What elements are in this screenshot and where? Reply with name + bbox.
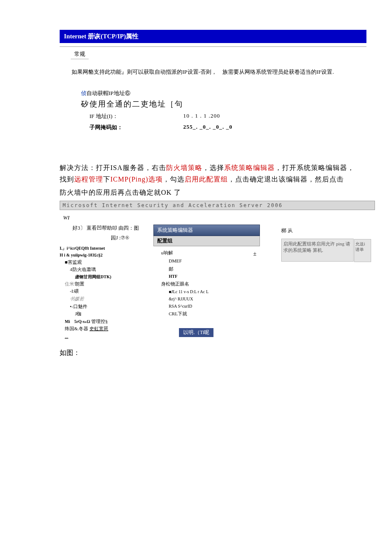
subnet-mask-row: 子网掩码如： 255_. _0_. _0_. _0 xyxy=(89,124,358,131)
isa-window: Microsoft Internet Security and Accelera… xyxy=(60,201,375,342)
ip-address-label: IF 地址(I)： xyxy=(89,112,183,120)
spe-right-panel: 梆 从 启用此配置组将启用允许 ping 请求的系统策略 算机. 允送i 请单 xyxy=(281,227,354,262)
isa-titlebar: Microsoft Internet Security and Accelera… xyxy=(60,201,375,210)
system-policy-editor: 系统策略编辑器 配置组 u响解± DMEF 邮 HTF 身松物正眼名 ■JLc … xyxy=(153,225,260,337)
isa-toolbar-row[interactable]: 园J :⑦® xyxy=(111,234,153,242)
tree-root-internet[interactable]: I.」i^icrQEQfft Internet xyxy=(60,245,153,252)
expand-icon[interactable]: ± xyxy=(253,249,257,259)
right-description-box2: 允送i 请单 xyxy=(354,239,371,262)
spe-item-dmef[interactable]: DMEF xyxy=(169,257,257,265)
tree-node-server[interactable]: H i & yuiipwig-183£c§2 xyxy=(60,252,153,259)
radio-auto-ip-label: 自动获帽IP地址⑥ xyxy=(86,90,130,96)
spe-titlebar: 系统策略编辑器 xyxy=(153,225,260,236)
solution-paragraph-2: 防火墙中的应用后再点击确定就OK 了 xyxy=(60,187,366,198)
tree-node-dtk[interactable]: 虚钢甘用网组DTK) xyxy=(75,274,153,280)
ok-button[interactable]: 以明.（Ti呢 xyxy=(179,328,213,337)
spe-item-7[interactable]: &rj^ RJJUUX xyxy=(169,295,257,303)
tcpip-description: 如果网貉支持此功能』则可以获取自动指派的IP设置-否则， 族需要从网络系统管理员… xyxy=(72,68,355,77)
subnet-mask-value[interactable]: 255_. _0_. _0_. _0 xyxy=(183,124,233,131)
spe-item-rsa[interactable]: RSA S^curID xyxy=(169,303,257,310)
tree-node-firewall[interactable]: 4防火临蕭璃 xyxy=(70,266,153,274)
tree-node-8[interactable]: J枷 xyxy=(75,310,153,318)
isa-tree-panel: WI 好3〕 直看凹帮助叩 由四：图 园J :⑦® I.」i^icrQEQfft… xyxy=(60,212,153,340)
spe-item-auth[interactable]: 身松物正眼名 xyxy=(161,280,257,288)
tab-general[interactable]: 常规 xyxy=(71,49,89,59)
spe-item-htf[interactable]: HTF xyxy=(169,273,257,280)
spe-item-6[interactable]: ■JLc 11 v-s D:L r Ac L xyxy=(169,288,257,295)
subnet-mask-label: 子网掩码如： xyxy=(89,124,183,131)
radio-use-ip[interactable]: 矽使用全通的二吏地址［句 xyxy=(81,99,358,109)
tree-node-10[interactable]: 终国&.冬器 史虹宜琶 xyxy=(65,325,153,333)
tree-node-6[interactable]: 书媛若 xyxy=(70,295,153,303)
solution-paragraph: 解决方法：打开ISA服务器，右击防火墙策略，选择系统策略编辑器，打开系统策略编辑… xyxy=(60,162,366,185)
tree-node-9[interactable]: Mi 5rQ-s»£i 管理控§ xyxy=(65,318,153,326)
spe-config-group-header: 配置组 xyxy=(153,236,260,246)
spe-list: u响解± DMEF 邮 HTF 身松物正眼名 ■JLc 11 v-s D:L r… xyxy=(153,246,260,320)
wi-label: WI xyxy=(63,213,153,222)
figure-caption: 如图： xyxy=(60,349,366,357)
radio-auto-ip[interactable]: 侦自动获帽IP地址⑥ xyxy=(81,89,358,97)
spe-item-crl[interactable]: CRL下就 xyxy=(169,310,257,318)
tree-node-ellipsis[interactable]: ... xyxy=(65,333,153,340)
spe-item-1[interactable]: u响解± xyxy=(161,249,257,257)
spe-item-mail[interactable]: 邮 xyxy=(169,265,257,273)
tree-node-5[interactable]: -I:碨 xyxy=(70,288,153,295)
tree-node-7[interactable]: •-口魅件 xyxy=(70,303,153,311)
ip-address-row: IF 地址(I)： 10 . 1 . 1 .200 xyxy=(89,112,358,120)
radio-auto-ip-prefix: 侦 xyxy=(81,90,86,96)
tcpip-titlebar: Internet 册诙(TCP/IP)属性 xyxy=(60,30,366,43)
right-description-box: 启用此配置组将启用允许 ping 请求的系统策略 算机. 允送i 请单 xyxy=(281,239,354,262)
ip-address-value[interactable]: 10 . 1 . 1 .200 xyxy=(183,112,220,120)
tree-node-monitor[interactable]: ■害监观 xyxy=(65,259,153,266)
right-tab-label[interactable]: 梆 从 xyxy=(281,227,354,234)
tree-node-config[interactable]: 住米'朗置 xyxy=(65,280,153,288)
isa-menu-row[interactable]: 好3〕 直看凹帮助叩 由四：图 xyxy=(72,224,153,232)
tcpip-panel: 常规 如果网貉支持此功能』则可以获取自动指派的IP设置-否则， 族需要从网络系统… xyxy=(60,46,366,152)
